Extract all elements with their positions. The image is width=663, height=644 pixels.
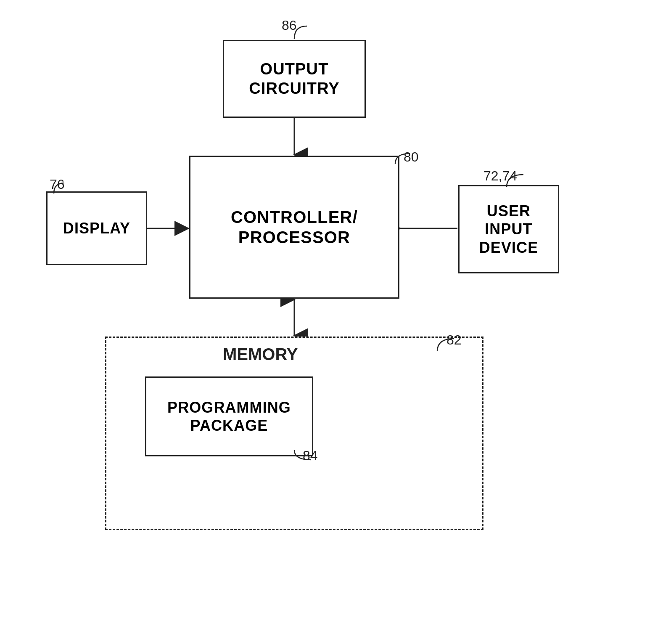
output-circuitry-box: OUTPUT CIRCUITRY <box>223 40 366 118</box>
memory-label: MEMORY <box>223 345 298 364</box>
controller-processor-label: CONTROLLER/PROCESSOR <box>231 207 358 247</box>
display-box: DISPLAY <box>46 191 147 265</box>
bracket-86 <box>277 22 311 43</box>
bracket-80 <box>387 149 412 166</box>
bracket-82 <box>433 334 458 353</box>
controller-processor-box: CONTROLLER/PROCESSOR <box>189 156 399 299</box>
user-input-device-box: USERINPUTDEVICE <box>458 185 559 273</box>
diagram: OUTPUT CIRCUITRY 86 CONTROLLER/PROCESSOR… <box>0 0 663 644</box>
bracket-76 <box>45 179 66 196</box>
display-label: DISPLAY <box>63 219 130 237</box>
bracket-84 <box>290 444 315 461</box>
programming-package-label: PROGRAMMINGPACKAGE <box>167 398 291 435</box>
bracket-72-74 <box>502 170 528 189</box>
output-circuitry-label: OUTPUT CIRCUITRY <box>224 60 365 98</box>
user-input-device-label: USERINPUTDEVICE <box>479 202 539 257</box>
programming-package-box: PROGRAMMINGPACKAGE <box>145 376 313 456</box>
